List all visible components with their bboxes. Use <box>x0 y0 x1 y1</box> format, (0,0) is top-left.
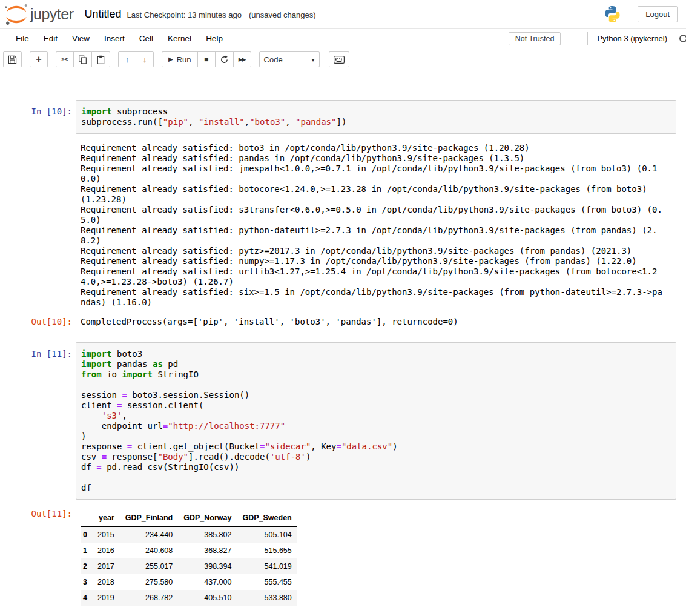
restart-kernel-button[interactable] <box>215 51 234 67</box>
paste-cells-button[interactable] <box>91 51 110 67</box>
edit-group: ✂ <box>56 51 110 67</box>
move-cell-down-button[interactable]: ↓ <box>136 51 154 67</box>
output-prompt: Out[11]: <box>0 509 76 519</box>
move-group: ↑ ↓ <box>118 51 154 67</box>
menubar-items: FileEditViewInsertCellKernelHelp <box>8 29 230 48</box>
jupyter-wordmark: jupyter <box>30 5 74 23</box>
table-row: 12016240.608368.827515.655 <box>81 543 297 558</box>
table-row: 42019268.782405.510533.880 <box>81 590 297 606</box>
code-line: endpoint_url="http://localhost:7777" <box>81 421 676 431</box>
row-index: 4 <box>81 590 92 606</box>
notebook-title[interactable]: Untitled <box>85 8 122 21</box>
jupyter-logo[interactable]: jupyter <box>4 3 74 26</box>
cell-type-select[interactable]: Code ▾ <box>259 51 320 67</box>
table-cell: 555.455 <box>237 574 297 590</box>
table-row: 32018275.580437.000555.455 <box>81 574 297 590</box>
cut-icon: ✂ <box>61 55 68 64</box>
cut-cells-button[interactable]: ✂ <box>56 51 74 67</box>
checkpoint-status: Last Checkpoint: 13 minutes ago <box>127 10 242 19</box>
move-cell-up-button[interactable]: ↑ <box>118 51 136 67</box>
code-editor[interactable]: import subprocesssubprocess.run(["pip", … <box>76 100 676 134</box>
menu-item-insert[interactable]: Insert <box>97 30 132 47</box>
column-header: year <box>92 510 120 527</box>
code-line <box>81 472 676 483</box>
jupyter-planet-icon <box>4 3 29 26</box>
kernel-separator <box>587 32 588 45</box>
menu-item-file[interactable]: File <box>8 30 36 47</box>
table-row: 22017255.017398.394541.019 <box>81 558 297 574</box>
header-right: Logout <box>603 5 678 24</box>
palette-group <box>329 51 349 67</box>
code-editor[interactable]: import boto3import pandas as pdfrom io i… <box>76 342 676 500</box>
code-line: subprocess.run(["pip", "install","boto3"… <box>81 117 676 127</box>
save-icon <box>8 55 17 64</box>
fast-forward-icon: ▶▶ <box>239 57 246 62</box>
paste-icon <box>96 55 105 64</box>
code-line: import subprocess <box>81 107 676 117</box>
row-index: 2 <box>81 558 92 574</box>
table-cell: 240.608 <box>120 543 178 558</box>
restart-icon <box>220 55 229 64</box>
table-cell: 405.510 <box>178 590 237 606</box>
dataframe-output: yearGDP_FinlandGDP_NorwayGDP_Sweden02015… <box>76 509 297 606</box>
insert-group: + <box>30 51 48 67</box>
arrow-down-icon: ↓ <box>143 56 147 64</box>
code-content: import boto3import pandas as pdfrom io i… <box>81 349 676 493</box>
code-line: 's3', <box>81 411 676 421</box>
table-cell: 533.880 <box>237 590 297 606</box>
row-index: 0 <box>81 527 92 543</box>
chevron-down-icon: ▾ <box>312 56 315 63</box>
interrupt-kernel-button[interactable]: ■ <box>197 51 216 67</box>
arrow-up-icon: ↑ <box>125 56 130 64</box>
stop-icon: ■ <box>204 56 208 63</box>
table-cell: 2019 <box>92 590 120 606</box>
code-line: import boto3 <box>81 349 676 359</box>
column-header: GDP_Norway <box>178 510 237 527</box>
jupyter-notebook-app: jupyter Untitled Last Checkpoint: 13 min… <box>0 0 686 606</box>
autosave-status: (unsaved changes) <box>249 10 316 19</box>
table-cell: 268.782 <box>120 590 178 606</box>
header: jupyter Untitled Last Checkpoint: 13 min… <box>0 0 686 29</box>
command-palette-button[interactable] <box>329 51 349 67</box>
run-label: Run <box>177 55 191 64</box>
table-cell: 234.440 <box>120 527 178 543</box>
copy-cells-button[interactable] <box>73 51 92 67</box>
not-trusted-button[interactable]: Not Trusted <box>509 32 561 45</box>
column-header: GDP_Sweden <box>237 510 297 527</box>
run-button[interactable]: ▶ Run <box>162 51 198 67</box>
plus-icon: + <box>36 55 41 64</box>
code-line: import pandas as pd <box>81 359 676 369</box>
table-cell: 515.655 <box>237 543 297 558</box>
execute-result: CompletedProcess(args=['pip', 'install',… <box>76 317 665 327</box>
table-cell: 2015 <box>92 527 120 543</box>
copy-icon <box>78 55 87 64</box>
table-cell: 255.017 <box>120 558 178 574</box>
menu-item-help[interactable]: Help <box>199 30 230 47</box>
code-cell-1[interactable]: In [10]: import subprocesssubprocess.run… <box>0 100 686 327</box>
table-cell: 398.394 <box>178 558 237 574</box>
menu-item-cell[interactable]: Cell <box>132 30 160 47</box>
insert-cell-below-button[interactable]: + <box>30 51 48 67</box>
menu-item-kernel[interactable]: Kernel <box>160 30 199 47</box>
code-line: session = boto3.session.Session() <box>81 390 676 400</box>
table-cell: 275.580 <box>120 574 178 590</box>
code-line: df = pd.read_csv(StringIO(csv)) <box>81 462 676 472</box>
table-cell: 2018 <box>92 574 120 590</box>
menu-item-view[interactable]: View <box>65 30 97 47</box>
table-cell: 385.802 <box>178 527 237 543</box>
logout-button[interactable]: Logout <box>638 6 678 22</box>
run-group: ▶ Run ■ ▶▶ <box>162 51 251 67</box>
row-index: 3 <box>81 574 92 590</box>
table-cell: 541.019 <box>237 558 297 574</box>
code-line: from io import StringIO <box>81 369 676 380</box>
code-cell-2[interactable]: In [11]: import boto3import pandas as pd… <box>0 342 686 606</box>
menu-item-edit[interactable]: Edit <box>36 30 65 47</box>
keyboard-icon <box>334 56 345 64</box>
output-prompt: Out[10]: <box>0 317 76 327</box>
title-area: Untitled Last Checkpoint: 13 minutes ago… <box>85 8 316 21</box>
table-cell: 368.827 <box>178 543 237 558</box>
restart-run-all-button[interactable]: ▶▶ <box>233 51 251 67</box>
code-line: csv = response["Body"].read().decode('ut… <box>81 452 676 462</box>
save-button[interactable] <box>3 51 22 67</box>
code-line: ) <box>81 431 676 442</box>
